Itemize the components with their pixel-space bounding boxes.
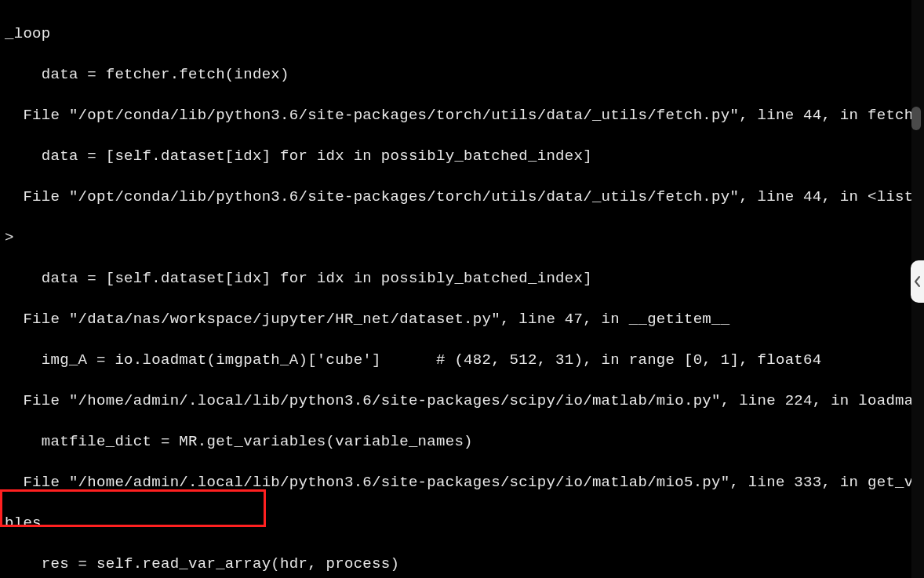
- trace-line: >: [5, 227, 919, 248]
- trace-line: File "/opt/conda/lib/python3.6/site-pack…: [5, 187, 919, 207]
- trace-line: img_A = io.loadmat(imgpath_A)['cube'] # …: [5, 350, 919, 370]
- scrollbar-thumb[interactable]: [911, 107, 921, 130]
- trace-line: data = [self.dataset[idx] for idx in pos…: [5, 146, 919, 166]
- trace-line: File "/data/nas/workspace/jupyter/HR_net…: [5, 309, 919, 329]
- trace-line: File "/home/admin/.local/lib/python3.6/s…: [5, 472, 919, 493]
- trace-line: data = fetcher.fetch(index): [5, 64, 919, 85]
- trace-line: bles: [5, 513, 919, 533]
- trace-line: matfile_dict = MR.get_variables(variable…: [5, 431, 919, 452]
- trace-line: res = self.read_var_array(hdr, process): [5, 554, 919, 574]
- trace-line: File "/home/admin/.local/lib/python3.6/s…: [5, 391, 919, 411]
- side-collapse-tab[interactable]: [911, 260, 924, 303]
- trace-line: data = [self.dataset[idx] for idx in pos…: [5, 268, 919, 289]
- terminal-output[interactable]: _loop data = fetcher.fetch(index) File "…: [0, 0, 924, 578]
- trace-line: _loop: [5, 24, 919, 44]
- chevron-left-icon: [914, 275, 922, 288]
- trace-line: File "/opt/conda/lib/python3.6/site-pack…: [5, 105, 919, 125]
